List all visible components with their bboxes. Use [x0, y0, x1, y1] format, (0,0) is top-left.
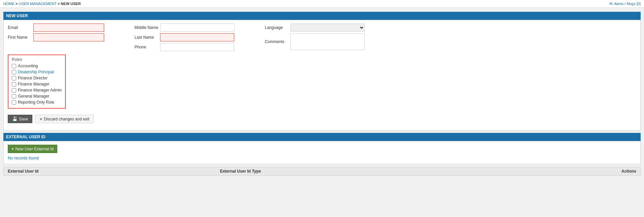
breadcrumb: HOME > USER MANAGEMENT > NEW USER: [3, 2, 81, 6]
role-reporting-only-label[interactable]: Reporting Only Role: [18, 100, 54, 105]
role-finance-manager-admin: Finance Manager Admin: [12, 88, 62, 93]
external-user-id-header: EXTERNAL USER ID: [3, 133, 641, 141]
no-records-label: No records found: [8, 156, 636, 160]
main-content: NEW USER Email First Name: [0, 8, 644, 178]
roles-section: Roles Accounting Dealership Principal Fi…: [8, 55, 66, 109]
col-actions: Actions: [428, 167, 640, 175]
save-icon: [12, 116, 18, 121]
last-name-field-group: Last Name: [134, 33, 235, 41]
language-select[interactable]: [290, 24, 365, 32]
phone-input[interactable]: [160, 43, 234, 51]
role-finance-director-label[interactable]: Finance Director: [18, 76, 48, 80]
col-external-user-id: External User Id: [4, 167, 216, 175]
comments-textarea[interactable]: [290, 33, 365, 50]
email-input[interactable]: [33, 24, 104, 32]
role-reporting-only-checkbox[interactable]: [12, 100, 16, 105]
last-name-label: Last Name: [134, 35, 158, 40]
buttons-row: Save Discard changes and exit: [8, 115, 636, 123]
last-name-input[interactable]: [160, 33, 234, 41]
email-label: Email: [8, 25, 31, 30]
language-label: Language: [265, 25, 288, 30]
new-user-header: NEW USER: [3, 12, 641, 20]
middle-name-label: Middle Name: [134, 25, 158, 30]
role-reporting-only: Reporting Only Role: [12, 100, 62, 105]
comments-field-group: Comments: [265, 33, 365, 50]
roles-label: Roles: [12, 57, 62, 62]
role-finance-manager-admin-checkbox[interactable]: [12, 88, 16, 93]
role-general-manager-checkbox[interactable]: [12, 94, 16, 99]
discard-button[interactable]: Discard changes and exit: [35, 115, 94, 123]
new-user-section: NEW USER Email First Name: [3, 12, 641, 131]
email-field-group: Email: [8, 24, 104, 32]
role-finance-manager: Finance Manager: [12, 82, 62, 86]
role-accounting: Accounting: [12, 64, 62, 68]
external-user-id-form: New User External Id No records found: [3, 141, 641, 164]
new-user-external-id-button[interactable]: New User External Id: [8, 145, 57, 153]
col3: Language Comments: [265, 24, 365, 51]
role-finance-manager-checkbox[interactable]: [12, 82, 16, 86]
middle-name-input[interactable]: [160, 24, 235, 32]
comments-label: Comments: [265, 39, 288, 44]
role-accounting-checkbox[interactable]: [12, 64, 16, 68]
role-finance-director-checkbox[interactable]: [12, 76, 16, 80]
new-user-form: Email First Name Middle Name La: [3, 20, 641, 131]
col1: Email First Name: [8, 24, 104, 51]
form-fields-row: Email First Name Middle Name La: [8, 24, 636, 51]
discard-icon: [39, 117, 42, 121]
save-button[interactable]: Save: [8, 115, 32, 123]
plus-icon: [11, 146, 14, 151]
phone-field-group: Phone: [134, 43, 235, 51]
middle-name-field-group: Middle Name: [134, 24, 235, 32]
external-user-id-section: EXTERNAL USER ID New User External Id No…: [3, 133, 641, 176]
first-name-label: First Name: [8, 35, 31, 40]
first-name-input[interactable]: [33, 33, 104, 41]
table-footer: External User Id External User Id Type A…: [3, 167, 641, 176]
col-external-user-id-type: External User Id Type: [216, 167, 428, 175]
phone-label: Phone: [134, 45, 158, 49]
role-dealership-principal-checkbox[interactable]: [12, 70, 16, 74]
role-accounting-label[interactable]: Accounting: [18, 64, 38, 68]
language-field-group: Language: [265, 24, 365, 32]
top-bar: HOME > USER MANAGEMENT > NEW USER Alerts…: [0, 0, 644, 8]
role-finance-director: Finance Director: [12, 76, 62, 80]
role-general-manager: General Manager: [12, 94, 62, 99]
breadcrumb-current: NEW USER: [61, 2, 81, 6]
role-dealership-principal-label[interactable]: Dealership Principal: [18, 70, 54, 74]
alerts-link[interactable]: Alerts / Msgs [0]: [609, 1, 641, 6]
first-name-field-group: First Name: [8, 33, 104, 41]
role-finance-manager-admin-label[interactable]: Finance Manager Admin: [18, 88, 62, 93]
breadcrumb-home[interactable]: HOME: [3, 2, 14, 6]
col2: Middle Name Last Name Phone: [134, 24, 235, 51]
role-general-manager-label[interactable]: General Manager: [18, 94, 49, 99]
envelope-icon: [609, 1, 613, 6]
breadcrumb-user-management[interactable]: USER MANAGEMENT: [19, 2, 57, 6]
role-finance-manager-label[interactable]: Finance Manager: [18, 82, 49, 86]
role-dealership-principal: Dealership Principal: [12, 70, 62, 74]
